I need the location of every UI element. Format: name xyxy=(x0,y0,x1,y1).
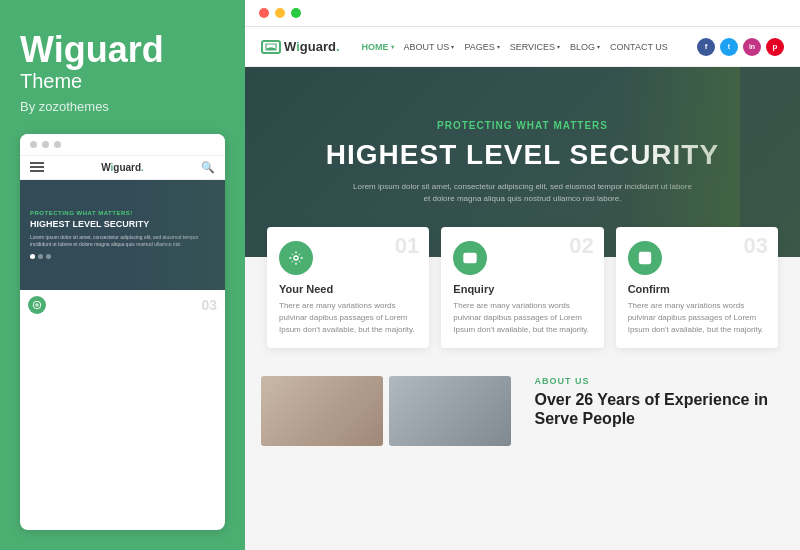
about-text: ABOUT US Over 26 Years of Experience in … xyxy=(527,376,785,446)
mini-hamburger-icon xyxy=(30,162,44,172)
bottom-images xyxy=(261,376,511,446)
image-person xyxy=(261,376,383,446)
logo-text: Wiguard. xyxy=(284,39,340,54)
dot-green xyxy=(291,8,301,18)
card-icon-check xyxy=(628,241,662,275)
nav-link-home[interactable]: HOME ▾ xyxy=(362,42,394,52)
mini-dot-nav-2 xyxy=(38,254,43,259)
mini-browser-mockup: Wiguard. 🔍 PROTECTING WHAT MATTERS! HIGH… xyxy=(20,134,225,530)
mini-dot-red xyxy=(30,141,37,148)
social-twitter[interactable]: t xyxy=(720,38,738,56)
left-panel: Wiguard Theme By zozothemes Wiguard. 🔍 P… xyxy=(0,0,245,550)
right-panel: Wiguard. HOME ▾ ABOUT US ▾ PAGES ▾ SERVI… xyxy=(245,0,800,550)
card-title-3: Confirm xyxy=(628,283,766,295)
card-num-3: 03 xyxy=(744,235,768,257)
nav-link-services[interactable]: SERVICES ▾ xyxy=(510,42,560,52)
dot-red xyxy=(259,8,269,18)
social-facebook[interactable]: f xyxy=(697,38,715,56)
nav-social: f t in p xyxy=(697,38,784,56)
mini-browser-bar xyxy=(20,134,225,156)
website-content: Wiguard. HOME ▾ ABOUT US ▾ PAGES ▾ SERVI… xyxy=(245,27,800,550)
mini-nav-bar: Wiguard. 🔍 xyxy=(20,156,225,180)
mini-hero: PROTECTING WHAT MATTERS! HIGHEST LEVEL S… xyxy=(20,180,225,290)
brand-title: Wiguard xyxy=(20,30,225,70)
nav-link-blog[interactable]: BLOG ▾ xyxy=(570,42,600,52)
by-author: By zozothemes xyxy=(20,99,225,114)
nav-link-contact[interactable]: CONTACT US xyxy=(610,42,668,52)
card-text-2: There are many variations words pulvinar… xyxy=(453,300,591,336)
about-tag: ABOUT US xyxy=(535,376,785,386)
mini-dot-yellow xyxy=(42,141,49,148)
browser-bar xyxy=(245,0,800,27)
mini-dot-nav-3 xyxy=(46,254,51,259)
mini-dot-green xyxy=(54,141,61,148)
mini-dot-nav-1 xyxy=(30,254,35,259)
mini-search-icon: 🔍 xyxy=(201,161,215,174)
nav-link-about[interactable]: ABOUT US ▾ xyxy=(404,42,455,52)
card-confirm: 03 Confirm There are many variations wor… xyxy=(616,227,778,348)
logo-icon xyxy=(261,40,281,54)
about-title: Over 26 Years of Experience in Serve Peo… xyxy=(535,390,785,428)
mini-logo: Wiguard. xyxy=(101,162,144,173)
nav-links: HOME ▾ ABOUT US ▾ PAGES ▾ SERVICES ▾ BLO… xyxy=(362,42,668,52)
card-icon-mail xyxy=(453,241,487,275)
card-num-2: 02 xyxy=(569,235,593,257)
card-icon-settings xyxy=(279,241,313,275)
social-pinterest[interactable]: p xyxy=(766,38,784,56)
dot-yellow xyxy=(275,8,285,18)
hero-tag: PROTECTING WHAT MATTERS xyxy=(437,120,608,131)
site-logo: Wiguard. xyxy=(261,39,340,54)
card-enquiry: 02 Enquiry There are many variations wor… xyxy=(441,227,603,348)
card-title-1: Your Need xyxy=(279,283,417,295)
brand-subtitle: Theme xyxy=(20,70,225,93)
cards-section: 01 Your Need There are many variations w… xyxy=(245,227,800,348)
bottom-section: ABOUT US Over 26 Years of Experience in … xyxy=(245,360,800,446)
svg-point-1 xyxy=(294,256,298,260)
mini-card-icon xyxy=(28,296,46,314)
card-num-1: 01 xyxy=(395,235,419,257)
image-tools xyxy=(389,376,511,446)
card-text-1: There are many variations words pulvinar… xyxy=(279,300,417,336)
card-your-need: 01 Your Need There are many variations w… xyxy=(267,227,429,348)
mini-bottom: 03 xyxy=(20,290,225,320)
site-nav: Wiguard. HOME ▾ ABOUT US ▾ PAGES ▾ SERVI… xyxy=(245,27,800,67)
mini-card-number: 03 xyxy=(201,297,217,313)
card-text-3: There are many variations words pulvinar… xyxy=(628,300,766,336)
card-title-2: Enquiry xyxy=(453,283,591,295)
mini-hero-bg xyxy=(123,180,226,290)
social-instagram[interactable]: in xyxy=(743,38,761,56)
nav-link-pages[interactable]: PAGES ▾ xyxy=(464,42,499,52)
